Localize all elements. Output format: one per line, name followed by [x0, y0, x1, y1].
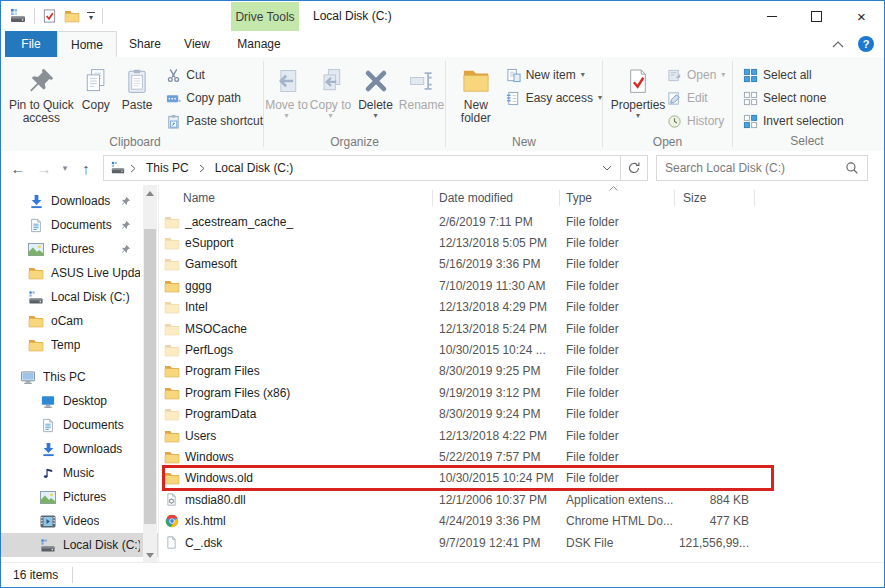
file-row-program-files-x86[interactable]: Program Files (x86)9/19/2019 3:12 PMFile… — [159, 382, 884, 403]
sidebar-item-this-pc[interactable]: This PC — [1, 365, 158, 389]
file-row-c-dsk[interactable]: C_.dsk9/7/2019 12:41 PMDSK File121,556,9… — [159, 532, 884, 553]
tab-manage[interactable]: Manage — [221, 31, 297, 57]
close-button[interactable]: × — [839, 1, 884, 31]
file-row-acestream-cache[interactable]: _acestream_cache_2/6/2019 7:11 PMFile fo… — [159, 211, 884, 232]
cut-button[interactable]: Cut — [166, 66, 263, 84]
open-button[interactable]: Open ▾ — [667, 66, 725, 84]
maximize-button[interactable] — [794, 1, 839, 31]
properties-shortcut-icon[interactable] — [42, 8, 57, 24]
type-cell: DSK File — [560, 536, 675, 550]
invert-selection-button[interactable]: Invert selection — [743, 112, 844, 130]
folder-icon — [163, 279, 180, 293]
paste-shortcut-button[interactable]: Paste shortcut — [166, 112, 263, 130]
paste-button[interactable]: Paste — [116, 60, 158, 135]
easy-access-label: Easy access — [526, 91, 593, 105]
copy-path-button[interactable]: Copy path — [166, 89, 263, 107]
column-header-name[interactable]: Name — [159, 190, 433, 206]
search-box[interactable] — [656, 155, 868, 181]
file-row-windows-old[interactable]: Windows.old10/30/2015 10:24 PMFile folde… — [159, 468, 884, 489]
file-row-users[interactable]: Users12/13/2018 4:22 PMFile folder — [159, 425, 884, 446]
new-item-button[interactable]: New item ▾ — [506, 66, 602, 84]
scroll-down-icon[interactable] — [143, 547, 157, 563]
up-icon[interactable]: ↑ — [73, 160, 99, 177]
forward-icon[interactable]: → — [31, 160, 57, 177]
file-name-cell: gggg — [159, 279, 433, 293]
file-row-perflogs[interactable]: PerfLogs10/30/2015 10:24 ...File folder — [159, 339, 884, 360]
minimize-icon — [767, 16, 777, 17]
sidebar-item-desktop[interactable]: Desktop — [1, 389, 158, 413]
file-row-msdia80-dll[interactable]: msdia80.dll12/1/2006 10:37 PMApplication… — [159, 489, 884, 510]
column-header-date-modified[interactable]: Date modified — [433, 190, 560, 206]
page-icon — [163, 535, 180, 550]
sidebar-item-pictures[interactable]: Pictures — [1, 485, 158, 509]
breadcrumb-local-disk[interactable]: Local Disk (C:) — [209, 161, 300, 175]
address-dropdown-icon[interactable] — [594, 165, 620, 171]
move-to-button[interactable]: Move to ▾ — [265, 60, 309, 135]
file-row-programdata[interactable]: ProgramData8/30/2019 9:24 PMFile folder — [159, 404, 884, 425]
breadcrumb-this-pc[interactable]: This PC — [140, 161, 195, 175]
sidebar-item-local-disk-c[interactable]: Local Disk (C:) — [1, 533, 158, 557]
sidebar-item-local-disk-c[interactable]: Local Disk (C:) — [1, 285, 158, 309]
rename-button[interactable]: Rename — [399, 60, 445, 135]
search-icon[interactable] — [845, 161, 867, 175]
address-bar[interactable]: This PC Local Disk (C:) — [103, 155, 621, 181]
sidebar-item-downloads[interactable]: Downloads — [1, 189, 158, 213]
type-cell: Chrome HTML Do... — [560, 514, 675, 528]
file-row-program-files[interactable]: Program Files8/30/2019 9:25 PMFile folde… — [159, 361, 884, 382]
refresh-button[interactable] — [621, 155, 648, 181]
pin-to-quick-access-button[interactable]: Pin to Quick access — [7, 60, 76, 135]
history-button[interactable]: History — [667, 112, 725, 130]
file-row-msocache[interactable]: MSOCache12/13/2018 5:24 PMFile folder — [159, 318, 884, 339]
type-cell: File folder — [560, 450, 675, 464]
folder-pale-icon — [163, 322, 180, 336]
back-icon[interactable]: ← — [5, 160, 31, 177]
file-name: Program Files (x86) — [185, 386, 290, 400]
sidebar-scrollbar[interactable] — [143, 185, 157, 563]
file-row-gggg[interactable]: gggg7/10/2019 11:30 AMFile folder — [159, 275, 884, 296]
collapse-ribbon-icon[interactable] — [832, 41, 844, 48]
folder-icon — [163, 450, 180, 464]
tab-home[interactable]: Home — [57, 31, 117, 57]
scrollbar-thumb[interactable] — [144, 229, 156, 524]
select-all-label: Select all — [763, 68, 812, 82]
date-modified-cell: 4/24/2019 3:36 PM — [433, 514, 560, 528]
new-folder-button[interactable]: New folder — [450, 60, 502, 135]
delete-button[interactable]: Delete ▾ — [353, 60, 399, 135]
recent-locations-dropdown-icon[interactable]: ▾ — [57, 163, 73, 173]
column-header-size[interactable]: Size — [675, 190, 755, 206]
select-none-button[interactable]: Select none — [743, 89, 844, 107]
sidebar-item-music[interactable]: Music — [1, 461, 158, 485]
sidebar-item-documents[interactable]: Documents — [1, 413, 158, 437]
tab-view[interactable]: View — [173, 31, 221, 57]
scroll-up-icon[interactable] — [143, 185, 157, 201]
customize-qat-dropdown-icon[interactable]: ▾ — [87, 12, 95, 20]
sidebar-item-temp[interactable]: Temp — [1, 333, 158, 357]
file-row-esupport[interactable]: eSupport12/13/2018 5:05 PMFile folder — [159, 232, 884, 253]
help-icon[interactable]: ? — [858, 36, 874, 52]
sidebar-item-downloads[interactable]: Downloads — [1, 437, 158, 461]
file-name: Windows — [185, 450, 234, 464]
file-row-windows[interactable]: Windows5/22/2019 7:57 PMFile folder — [159, 446, 884, 467]
select-all-button[interactable]: Select all — [743, 66, 844, 84]
copy-button[interactable]: Copy — [76, 60, 116, 135]
properties-button[interactable]: Properties ▾ — [609, 60, 667, 135]
minimize-button[interactable] — [749, 1, 794, 31]
tab-file[interactable]: File — [5, 31, 57, 57]
new-folder-shortcut-icon[interactable] — [64, 9, 80, 23]
copy-to-button[interactable]: Copy to ▾ — [309, 60, 353, 135]
column-header-type[interactable]: Type — [560, 190, 675, 206]
drive-app-icon — [9, 8, 27, 24]
tab-share[interactable]: Share — [117, 31, 173, 57]
file-row-intel[interactable]: Intel12/13/2018 4:29 PMFile folder — [159, 297, 884, 318]
file-row-xls-html[interactable]: xls.html4/24/2019 3:36 PMChrome HTML Do.… — [159, 510, 884, 531]
sidebar-item-videos[interactable]: Videos — [1, 509, 158, 533]
easy-access-button[interactable]: Easy access ▾ — [506, 89, 602, 107]
sidebar-item-ocam[interactable]: oCam — [1, 309, 158, 333]
search-input[interactable] — [657, 161, 845, 175]
edit-button[interactable]: Edit — [667, 89, 725, 107]
file-row-gamesoft[interactable]: Gamesoft5/16/2019 3:36 PMFile folder — [159, 254, 884, 275]
sidebar-item-documents[interactable]: Documents — [1, 213, 158, 237]
sidebar-item-asus-live-updat[interactable]: ASUS Live Updat — [1, 261, 158, 285]
sidebar-gap — [1, 357, 158, 365]
sidebar-item-pictures[interactable]: Pictures — [1, 237, 158, 261]
